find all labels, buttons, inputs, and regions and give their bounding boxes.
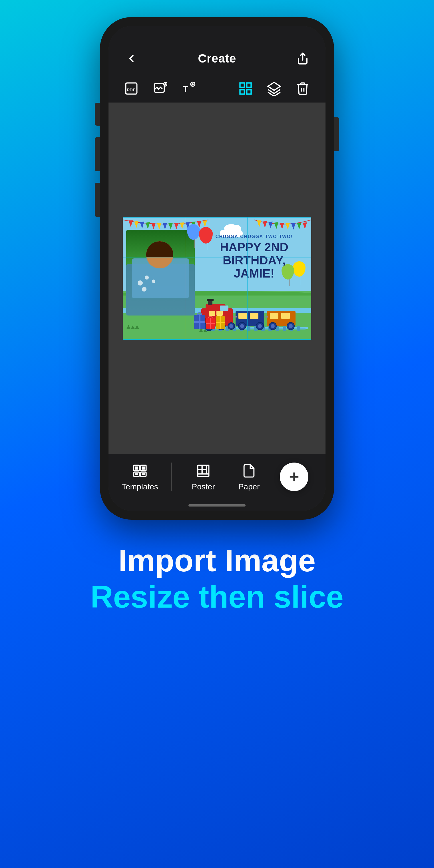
editor-toolbar: PDF T <box>108 74 326 103</box>
svg-marker-34 <box>280 223 284 229</box>
svg-point-75 <box>258 324 262 328</box>
svg-rect-98 <box>198 465 202 470</box>
svg-rect-52 <box>283 327 286 331</box>
svg-marker-35 <box>285 223 290 229</box>
svg-marker-32 <box>269 222 273 228</box>
svg-rect-99 <box>202 465 207 470</box>
svg-marker-20 <box>151 223 156 229</box>
back-button[interactable] <box>123 50 140 67</box>
svg-rect-78 <box>281 313 290 319</box>
svg-rect-97 <box>142 473 145 475</box>
svg-marker-17 <box>134 221 138 228</box>
poster-icon <box>195 462 212 479</box>
add-fab-button[interactable] <box>280 463 308 491</box>
volume-up-button <box>95 137 100 171</box>
power-button <box>334 117 339 151</box>
svg-rect-84 <box>265 316 268 317</box>
svg-rect-83 <box>233 316 237 317</box>
card-main-title: HAPPY 2ND BIRTHDAY, JAMIE! <box>203 241 306 280</box>
svg-rect-60 <box>207 299 214 301</box>
tab-bar: Templates <box>108 454 326 500</box>
svg-rect-103 <box>198 474 209 476</box>
grid-button[interactable] <box>234 77 257 100</box>
svg-rect-101 <box>202 470 207 474</box>
svg-marker-19 <box>146 222 150 229</box>
svg-text:PDF: PDF <box>127 87 135 92</box>
svg-marker-22 <box>163 223 167 229</box>
home-indicator <box>108 500 326 511</box>
svg-rect-102 <box>207 465 209 474</box>
bottom-text-line1: Import Image <box>91 542 344 579</box>
phone-frame: Create PDF <box>100 17 334 520</box>
layers-button[interactable] <box>263 77 285 100</box>
card-subtitle: CHUGGA-CHUGGA-TWO-TWO! <box>203 234 306 239</box>
add-image-button[interactable] <box>149 77 171 100</box>
page-title: Create <box>198 52 236 65</box>
volume-down-button <box>95 183 100 217</box>
tab-items: Templates <box>120 462 269 491</box>
bottom-text-line2: Resize then slice <box>91 579 344 615</box>
svg-marker-87 <box>135 325 139 329</box>
svg-marker-23 <box>168 223 173 229</box>
svg-point-73 <box>240 324 244 328</box>
svg-marker-38 <box>303 222 307 229</box>
svg-point-66 <box>229 324 233 328</box>
svg-marker-29 <box>203 220 207 227</box>
svg-rect-11 <box>240 83 244 87</box>
templates-tab[interactable]: Templates <box>120 462 160 491</box>
templates-icon <box>131 462 149 479</box>
poster-tab[interactable]: Poster <box>183 462 223 491</box>
svg-rect-96 <box>135 473 138 475</box>
svg-text:T: T <box>183 84 188 93</box>
svg-marker-16 <box>128 220 133 227</box>
add-text-button[interactable]: T <box>177 77 200 100</box>
status-bar <box>108 26 326 43</box>
svg-marker-33 <box>274 222 278 229</box>
paper-icon <box>240 462 257 479</box>
canvas-area[interactable]: CHUGGA-CHUGGA-TWO-TWO! HAPPY 2ND BIRTHDA… <box>108 103 326 454</box>
share-button[interactable] <box>294 50 311 67</box>
paper-label: Paper <box>239 482 260 491</box>
delete-button[interactable] <box>291 77 314 100</box>
tab-divider <box>171 463 172 491</box>
svg-rect-57 <box>220 306 228 311</box>
svg-marker-37 <box>297 223 301 229</box>
mute-button <box>95 103 100 126</box>
svg-rect-14 <box>247 90 251 94</box>
phone-screen: Create PDF <box>108 26 326 511</box>
home-bar <box>188 504 246 506</box>
svg-rect-12 <box>247 83 251 87</box>
svg-marker-15 <box>268 82 280 90</box>
svg-marker-36 <box>291 223 296 229</box>
svg-marker-88 <box>199 328 203 332</box>
app-header: Create <box>108 43 326 74</box>
svg-marker-24 <box>174 223 179 229</box>
svg-rect-70 <box>239 313 247 319</box>
svg-rect-47 <box>247 327 250 331</box>
card-text-area: CHUGGA-CHUGGA-TWO-TWO! HAPPY 2ND BIRTHDA… <box>203 234 306 280</box>
bottom-text-section: Import Image Resize then slice <box>91 542 344 615</box>
svg-rect-94 <box>135 467 138 470</box>
svg-marker-85 <box>126 324 130 329</box>
pdf-button[interactable]: PDF <box>120 77 143 100</box>
birthday-card: CHUGGA-CHUGGA-TWO-TWO! HAPPY 2ND BIRTHDA… <box>123 217 311 340</box>
svg-rect-54 <box>297 327 300 331</box>
svg-rect-13 <box>240 90 244 94</box>
poster-label: Poster <box>192 482 215 491</box>
svg-marker-89 <box>204 328 207 332</box>
paper-tab[interactable]: Paper <box>229 462 269 491</box>
svg-point-80 <box>271 324 275 328</box>
svg-rect-100 <box>198 470 202 474</box>
svg-marker-25 <box>180 222 184 229</box>
child-photo <box>126 230 195 315</box>
svg-rect-77 <box>270 313 278 319</box>
svg-marker-86 <box>131 326 135 329</box>
svg-rect-95 <box>142 467 145 470</box>
svg-marker-18 <box>140 222 144 228</box>
templates-label: Templates <box>122 482 158 491</box>
svg-rect-71 <box>250 313 258 319</box>
svg-point-82 <box>289 324 293 328</box>
svg-marker-31 <box>263 221 267 228</box>
svg-marker-30 <box>257 220 261 227</box>
svg-marker-21 <box>157 223 161 229</box>
